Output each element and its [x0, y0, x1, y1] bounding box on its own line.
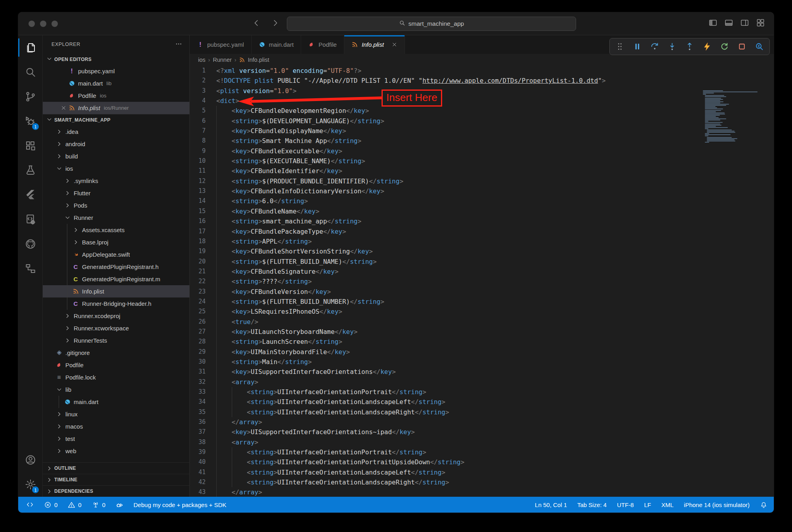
traffic-lights[interactable]	[29, 21, 58, 27]
toggle-primary-sidebar-icon[interactable]	[708, 18, 718, 29]
command-center-search[interactable]: smart_machine_app	[287, 17, 576, 31]
customize-layout-icon[interactable]	[756, 18, 765, 29]
tree-item-lib[interactable]: lib	[43, 383, 189, 396]
status-warnings[interactable]: 0	[68, 501, 81, 509]
status-remote[interactable]	[26, 501, 34, 509]
activity-source-control[interactable]	[18, 84, 42, 109]
line-number: 8	[190, 136, 206, 146]
tree-item-runnertests[interactable]: RunnerTests	[43, 334, 189, 347]
line-number: 37	[190, 427, 206, 437]
status-eol[interactable]: LF	[644, 501, 651, 508]
tree-item-build[interactable]: build	[43, 150, 189, 162]
minimize-window-button[interactable]	[40, 21, 46, 27]
activity-accounts[interactable]	[18, 448, 42, 472]
status-feedback[interactable]: 0	[92, 501, 105, 509]
tree-item-web[interactable]: web	[43, 445, 189, 457]
code-editor[interactable]: 1<?xml version="1.0" encoding="UTF-8"?>2…	[190, 66, 774, 497]
restart-icon[interactable]	[720, 42, 729, 51]
close-icon[interactable]	[59, 105, 67, 112]
open-editor-main-dart[interactable]: main.dartlib	[43, 77, 189, 90]
activity-testing[interactable]	[18, 158, 42, 183]
tree-item-main-dart[interactable]: main.dart	[43, 396, 189, 408]
tree-item-idea[interactable]: .idea	[43, 126, 189, 138]
stop-icon[interactable]	[737, 42, 746, 51]
item-label: Runner.xcodeproj	[74, 313, 120, 319]
tree-item-podfile-lock[interactable]: ≡Podfile.lock	[43, 371, 189, 383]
activity-references[interactable]	[18, 256, 42, 281]
code-line-23: 23<key>CFBundleVersion</key>	[190, 287, 774, 297]
section-dependencies[interactable]: DEPENDENCIES	[43, 485, 189, 497]
tab-info-plist[interactable]: Info.plist	[344, 35, 405, 54]
breadcrumb[interactable]: ios›Runner›Info.plist	[190, 54, 774, 66]
step-into-icon[interactable]	[668, 42, 677, 51]
tree-item-linux[interactable]: linux	[43, 408, 189, 420]
project-root-header[interactable]: SMART_MACHINE_APP	[43, 114, 189, 126]
status-indentation[interactable]: Tab Size: 4	[577, 501, 607, 508]
tree-item-runner[interactable]: Runner	[43, 212, 189, 224]
open-editor-info-plist[interactable]: Info.plistios/Runner	[43, 102, 189, 114]
status-encoding[interactable]: UTF-8	[617, 501, 634, 508]
status-notifications[interactable]	[760, 501, 767, 509]
tree-item-symlinks[interactable]: .symlinks	[43, 175, 189, 187]
open-editors-header[interactable]: OPEN EDITORS	[43, 53, 189, 65]
tree-item-runner-xcodeproj[interactable]: Runner.xcodeproj	[43, 310, 189, 322]
tab-main-dart[interactable]: main.dart	[252, 35, 302, 54]
tab-pubspec-yaml[interactable]: !pubspec.yaml	[190, 35, 252, 54]
breadcrumb-runner[interactable]: Runner	[213, 57, 232, 63]
back-icon[interactable]	[252, 19, 261, 29]
bell-icon	[760, 501, 767, 509]
gripper-icon[interactable]	[615, 42, 624, 51]
forward-icon[interactable]	[271, 19, 280, 29]
activity-run-and-debug[interactable]: 1	[18, 109, 42, 133]
tree-item-gitignore[interactable]: .gitignore	[43, 347, 189, 359]
tree-item-info-plist[interactable]: Info.plist	[43, 285, 189, 297]
tree-item-generatedpluginregistrant-m[interactable]: CGeneratedPluginRegistrant.m	[43, 273, 189, 285]
toggle-secondary-sidebar-icon[interactable]	[740, 18, 749, 29]
tab-podfile[interactable]: Podfile	[301, 35, 344, 54]
more-actions-icon[interactable]	[175, 40, 182, 49]
flutter-icon	[25, 189, 36, 201]
status-device[interactable]: iPhone 14 (ios simulator)	[684, 501, 750, 508]
tree-item-macos[interactable]: macos	[43, 420, 189, 433]
close-icon[interactable]	[391, 42, 397, 48]
zoom-window-button[interactable]	[52, 21, 58, 27]
status-errors[interactable]: 0	[44, 501, 57, 509]
breadcrumb-info-plist[interactable]: Info.plist	[239, 57, 269, 63]
status-cursor-position[interactable]: Ln 50, Col 1	[535, 501, 567, 508]
hot-reload-icon[interactable]	[702, 42, 712, 51]
status-language-mode[interactable]: XML	[661, 501, 674, 508]
tree-item-runner-xcworkspace[interactable]: Runner.xcworkspace	[43, 322, 189, 334]
tree-item-android[interactable]: android	[43, 138, 189, 150]
tree-item-assets-xcassets[interactable]: Assets.xcassets	[43, 224, 189, 236]
open-editor-pubspec-yaml[interactable]: !pubspec.yaml	[43, 65, 189, 77]
tree-item-ios[interactable]: ios	[43, 162, 189, 175]
tree-item-runner-bridging-header-h[interactable]: CRunner-Bridging-Header.h	[43, 297, 189, 310]
widget-inspector-icon[interactable]	[755, 42, 764, 51]
tree-item-base-lproj[interactable]: Base.lproj	[43, 236, 189, 248]
close-window-button[interactable]	[29, 21, 35, 27]
activity-search[interactable]	[18, 60, 42, 84]
tree-item-podfile[interactable]: Podfile	[43, 359, 189, 371]
status-debug-launch[interactable]	[116, 501, 123, 509]
status-launch-config[interactable]: Debug my code + packages + SDK	[134, 501, 226, 508]
activity-extensions[interactable]	[18, 133, 42, 158]
tree-item-appdelegate-swift[interactable]: AppDelegate.swift	[43, 248, 189, 261]
tree-item-pods[interactable]: Pods	[43, 199, 189, 212]
minimap[interactable]	[703, 90, 762, 143]
section-timeline[interactable]: TIMELINE	[43, 474, 189, 485]
tree-item-generatedpluginregistrant-h[interactable]: CGeneratedPluginRegistrant.h	[43, 261, 189, 273]
step-over-icon[interactable]	[650, 42, 659, 51]
activity-settings[interactable]: 1	[18, 472, 42, 497]
tree-item-flutter[interactable]: Flutter	[43, 187, 189, 199]
breadcrumb-ios[interactable]: ios	[198, 57, 206, 63]
activity-project-runner[interactable]	[18, 207, 42, 232]
activity-flutter[interactable]	[18, 183, 42, 207]
tree-item-test[interactable]: test	[43, 433, 189, 445]
toggle-panel-icon[interactable]	[724, 18, 733, 29]
open-editor-podfile[interactable]: Podfileios	[43, 90, 189, 102]
activity-explorer[interactable]	[18, 35, 42, 60]
activity-github[interactable]	[18, 232, 42, 256]
step-out-icon[interactable]	[685, 42, 694, 51]
section-outline[interactable]: OUTLINE	[43, 462, 189, 474]
pause-icon[interactable]	[633, 42, 642, 51]
